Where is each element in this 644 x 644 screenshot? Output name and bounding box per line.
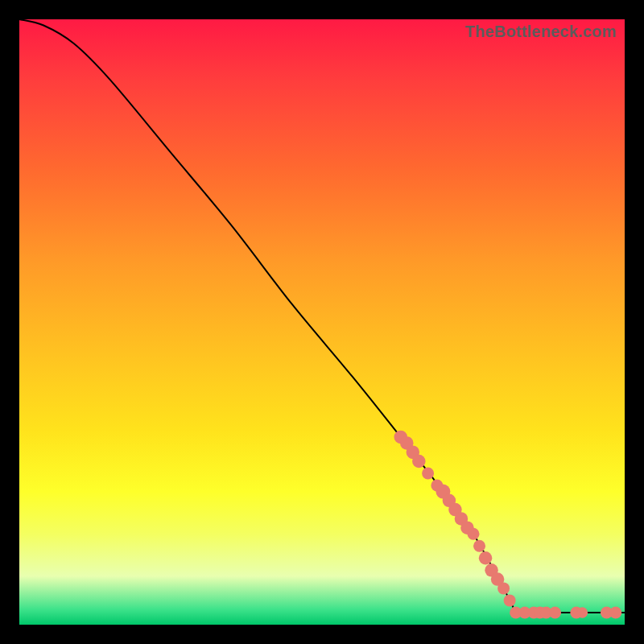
chart-svg (19, 19, 625, 625)
chart-frame: TheBottleneck.com (19, 19, 625, 625)
chart-point (577, 607, 588, 618)
chart-point (422, 468, 434, 480)
chart-point (468, 528, 480, 540)
chart-point (549, 606, 561, 618)
chart-point (504, 594, 516, 606)
chart-points-group (394, 431, 622, 619)
chart-point (479, 551, 493, 565)
chart-point (473, 540, 485, 552)
chart-point (412, 455, 426, 469)
chart-curve (19, 19, 516, 613)
chart-point (609, 606, 621, 618)
chart-point (497, 582, 510, 594)
